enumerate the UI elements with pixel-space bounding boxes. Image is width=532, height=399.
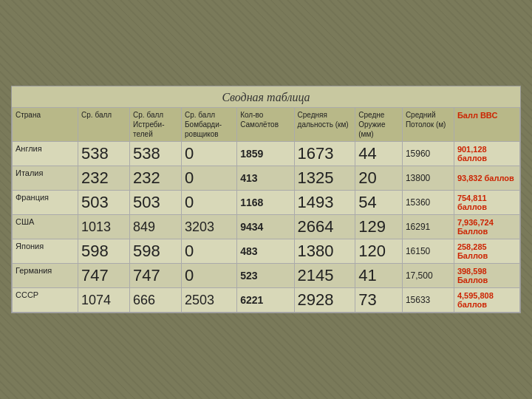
table-row: СССР107466625036221292873156334,595,808 … [13,288,520,313]
table-cell: 1013 [78,215,130,239]
table-cell: 413 [237,166,294,191]
table-cell: 666 [130,288,182,313]
table-cell: 1859 [237,142,294,166]
table-cell: Англия [13,142,78,166]
header-vvs-score: Балл ВВС [454,108,519,142]
header-row: Страна Ср. балл Ср. балл Истреби-телей С… [13,108,520,142]
table-cell: 598 [78,239,130,264]
table-cell: 15633 [402,288,454,313]
table-cell: 54 [355,191,403,215]
table-row: Англия5385380185916734415960901,128 балл… [13,142,520,166]
table-row: Италия23223204131325201380093,832 баллов [13,166,520,191]
table-cell: 598 [130,239,182,264]
table-cell: 17,500 [402,264,454,288]
table-cell: 1493 [294,191,355,215]
table-cell: 538 [78,142,130,166]
table-cell: 0 [182,142,237,166]
table-cell: 13800 [402,166,454,191]
table-cell: 398,598 Баллов [454,264,519,288]
table-cell: 538 [130,142,182,166]
data-table: Страна Ср. балл Ср. балл Истреби-телей С… [12,107,520,313]
table-cell: 1673 [294,142,355,166]
table-cell: 232 [78,166,130,191]
header-avg-bomber: Ср. балл Бомбарди-ровщиков [182,108,237,142]
table-cell: 232 [130,166,182,191]
table-cell: 1074 [78,288,130,313]
table-cell: 15960 [402,142,454,166]
table-cell: 0 [182,239,237,264]
table-cell: США [13,215,78,239]
table-cell: 15360 [402,191,454,215]
table-cell: Япония [13,239,78,264]
table-cell: 1380 [294,239,355,264]
table-cell: 747 [130,264,182,288]
main-container: Сводная таблица Страна Ср. балл Ср. балл… [11,86,521,313]
table-cell: 73 [355,288,403,313]
table-cell: 44 [355,142,403,166]
table-cell: 849 [130,215,182,239]
table-row: Япония5985980483138012016150258,285 Балл… [13,239,520,264]
header-avg-range: Средняя дальность (км) [294,108,355,142]
table-cell: 9434 [237,215,294,239]
table-cell: 2928 [294,288,355,313]
table-cell: 93,832 баллов [454,166,519,191]
header-num-planes: Кол-во Самолётов [237,108,294,142]
table-cell: 747 [78,264,130,288]
table-cell: 20 [355,166,403,191]
table-cell: 1168 [237,191,294,215]
table-cell: 503 [130,191,182,215]
table-body: Англия5385380185916734415960901,128 балл… [13,142,520,313]
table-cell: 3203 [182,215,237,239]
table-cell: 7,936,724 Баллов [454,215,519,239]
table-cell: Германия [13,264,78,288]
header-avg-fighter: Ср. балл Истреби-телей [130,108,182,142]
table-cell: Италия [13,166,78,191]
table-cell: 16150 [402,239,454,264]
table-cell: 2503 [182,288,237,313]
table-cell: 129 [355,215,403,239]
table-cell: Франция [13,191,78,215]
table-cell: 483 [237,239,294,264]
table-title: Сводная таблица [12,86,520,107]
table-cell: 901,128 баллов [454,142,519,166]
table-cell: 1325 [294,166,355,191]
table-cell: 4,595,808 баллов [454,288,519,313]
table-cell: 2664 [294,215,355,239]
table-cell: 120 [355,239,403,264]
table-cell: 6221 [237,288,294,313]
table-cell: 503 [78,191,130,215]
table-row: Франция5035030116814935415360754,811 бал… [13,191,520,215]
table-row: Германия747747052321454117,500398,598 Ба… [13,264,520,288]
table-row: США1013849320394342664129162917,936,724 … [13,215,520,239]
table-cell: 0 [182,191,237,215]
table-cell: 0 [182,264,237,288]
table-cell: 16291 [402,215,454,239]
table-cell: 754,811 баллов [454,191,519,215]
header-avg-score: Ср. балл [78,108,130,142]
table-cell: 0 [182,166,237,191]
table-cell: 258,285 Баллов [454,239,519,264]
header-avg-weapon: Средне Оружие (мм) [355,108,403,142]
table-cell: СССР [13,288,78,313]
table-cell: 2145 [294,264,355,288]
table-cell: 41 [355,264,403,288]
table-cell: 523 [237,264,294,288]
header-country: Страна [13,108,78,142]
header-avg-ceiling: Средний Потолок (м) [402,108,454,142]
